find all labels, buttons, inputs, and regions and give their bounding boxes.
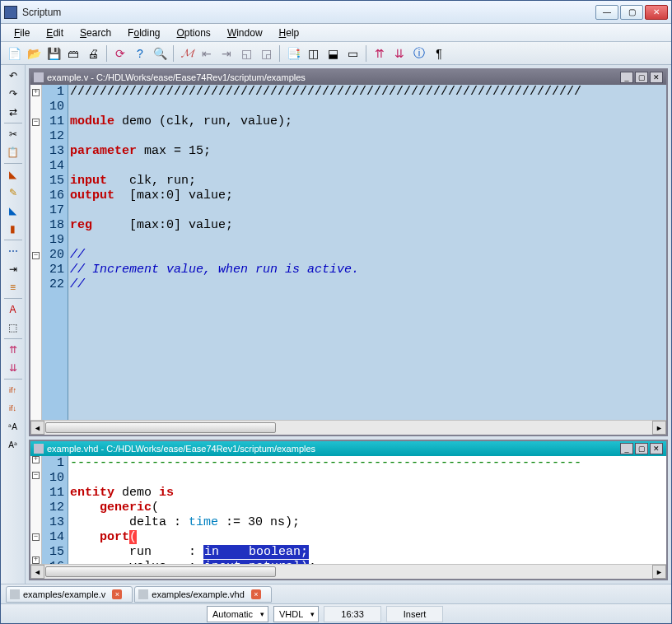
- tab-example-v[interactable]: examples/example.v ×: [6, 586, 133, 603]
- app-title: Scriptum: [22, 7, 595, 18]
- block-right-icon[interactable]: ◲: [258, 45, 274, 62]
- scroll-right-icon[interactable]: ►: [652, 421, 666, 435]
- split-v-icon[interactable]: ⬓: [324, 45, 341, 62]
- pilcrow-icon[interactable]: ¶: [431, 45, 447, 62]
- close-button[interactable]: ✕: [645, 5, 668, 20]
- status-lang-dropdown[interactable]: VHDL: [273, 606, 319, 622]
- line-number-gutter: 110111213141516171819202122: [42, 456, 68, 564]
- unsplit-icon[interactable]: ▭: [344, 45, 361, 62]
- if2-icon[interactable]: if↓: [5, 401, 21, 416]
- help-icon[interactable]: ?: [132, 45, 148, 62]
- diff-next-icon[interactable]: ⇊: [391, 45, 408, 62]
- dots-icon[interactable]: ⋯: [5, 244, 21, 258]
- side-toolbar: ↶ ↷ ⇄ ✂ 📋 ◣ ✎ ◣ ▮ ⋯ ⇥ ≡ A ⬚ ⇈ ⇊ if↑ if↓ …: [1, 65, 26, 584]
- text-a-icon[interactable]: A: [5, 302, 21, 317]
- editor-titlebar-top[interactable]: example.v - C:/HDLWorks/ease/Ease74Rev1/…: [30, 70, 666, 85]
- editor-pane-vhdl: example.vhd - C:/HDLWorks/ease/Ease74Rev…: [29, 440, 668, 580]
- editor-close-button[interactable]: ✕: [650, 443, 663, 454]
- split-h-icon[interactable]: ◫: [305, 45, 321, 62]
- menu-file[interactable]: File: [7, 26, 36, 40]
- close-tab-icon[interactable]: ×: [251, 589, 261, 599]
- marker4-icon[interactable]: ▮: [5, 221, 21, 236]
- tab-label: examples/example.v: [23, 589, 105, 599]
- menu-search[interactable]: Search: [73, 26, 118, 40]
- tab-example-vhd[interactable]: examples/example.vhd ×: [134, 586, 272, 603]
- menu-folding[interactable]: Folding: [121, 26, 166, 40]
- editor-minimize-button[interactable]: _: [620, 72, 633, 83]
- code-content-top[interactable]: ////////////////////////////////////////…: [68, 85, 666, 420]
- minimize-button[interactable]: —: [595, 5, 618, 20]
- document-icon: [10, 589, 20, 599]
- editor-title-top: example.v - C:/HDLWorks/ease/Ease74Rev1/…: [47, 72, 618, 82]
- maximize-button[interactable]: ▢: [620, 5, 643, 20]
- print-icon[interactable]: 🖨: [85, 45, 101, 62]
- copy-icon[interactable]: 📑: [285, 45, 301, 62]
- bookmark-icon[interactable]: 𝓜: [179, 45, 195, 62]
- case-b-icon[interactable]: Aᵃ: [5, 437, 21, 452]
- editor-minimize-button[interactable]: _: [620, 443, 633, 454]
- scroll-thumb[interactable]: [45, 566, 276, 577]
- editor-maximize-button[interactable]: ▢: [635, 72, 648, 83]
- horizontal-scrollbar[interactable]: ◄ ►: [30, 564, 666, 579]
- redo-icon[interactable]: ↷: [5, 86, 21, 101]
- hash1-icon[interactable]: ⇈: [5, 342, 21, 357]
- document-icon: [34, 72, 44, 82]
- hash2-icon[interactable]: ⇊: [5, 361, 21, 375]
- case-a-icon[interactable]: ᵃA: [5, 419, 21, 434]
- menu-help[interactable]: Help: [273, 26, 306, 40]
- document-tabs: examples/example.v × examples/example.vh…: [1, 584, 671, 603]
- scroll-left-icon[interactable]: ◄: [30, 565, 44, 579]
- editors-container: example.v - C:/HDLWorks/ease/Ease74Rev1/…: [26, 65, 671, 584]
- code-area-bottom[interactable]: +−−+ 110111213141516171819202122 -------…: [30, 456, 666, 564]
- scroll-left-icon[interactable]: ◄: [30, 421, 44, 435]
- fold-gutter[interactable]: +−−+: [30, 456, 42, 564]
- code-area-top[interactable]: +−− 110111213141516171819202122 ////////…: [30, 85, 666, 420]
- save-icon[interactable]: 💾: [45, 45, 62, 62]
- align-icon[interactable]: ≡: [5, 280, 21, 295]
- diff-prev-icon[interactable]: ⇈: [371, 45, 388, 62]
- save-all-icon[interactable]: 🗃: [65, 45, 82, 62]
- editor-title-bottom: example.vhd - C:/HDLWorks/ease/Ease74Rev…: [47, 444, 618, 454]
- app-icon: [4, 6, 17, 19]
- status-mode-dropdown[interactable]: Automatic: [207, 606, 268, 622]
- editor-pane-verilog: example.v - C:/HDLWorks/ease/Ease74Rev1/…: [29, 68, 668, 436]
- reload-icon[interactable]: ⟳: [112, 45, 128, 62]
- status-cursor-position: 16:33: [324, 606, 381, 622]
- scroll-right-icon[interactable]: ►: [652, 565, 666, 579]
- editor-close-button[interactable]: ✕: [650, 72, 663, 83]
- code-content-bottom[interactable]: ----------------------------------------…: [68, 456, 666, 564]
- find-icon[interactable]: 🔍: [152, 45, 168, 62]
- indent-right-icon[interactable]: ⇥: [218, 45, 235, 62]
- new-file-icon[interactable]: 📄: [6, 45, 22, 62]
- close-tab-icon[interactable]: ×: [112, 589, 122, 599]
- open-file-icon[interactable]: 📂: [26, 45, 42, 62]
- text-b-icon[interactable]: ⬚: [5, 320, 21, 335]
- editor-titlebar-bottom[interactable]: example.vhd - C:/HDLWorks/ease/Ease74Rev…: [30, 441, 666, 456]
- status-insert-mode: Insert: [386, 606, 444, 622]
- if1-icon[interactable]: if↑: [5, 383, 21, 398]
- scroll-thumb[interactable]: [45, 422, 276, 433]
- tab-right-icon[interactable]: ⇥: [5, 262, 21, 277]
- main-window: Scriptum — ▢ ✕ File Edit Search Folding …: [0, 0, 672, 624]
- indent-left-icon[interactable]: ⇤: [198, 45, 215, 62]
- titlebar[interactable]: Scriptum — ▢ ✕: [1, 1, 671, 24]
- swap-icon[interactable]: ⇄: [5, 105, 21, 119]
- menu-edit[interactable]: Edit: [40, 26, 70, 40]
- marker2-icon[interactable]: ✎: [5, 185, 21, 200]
- editor-maximize-button[interactable]: ▢: [635, 443, 648, 454]
- marker1-icon[interactable]: ◣: [5, 167, 21, 182]
- horizontal-scrollbar[interactable]: ◄ ►: [30, 420, 666, 435]
- undo-icon[interactable]: ↶: [5, 68, 21, 83]
- statusbar: Automatic VHDL 16:33 Insert: [1, 603, 671, 623]
- block-left-icon[interactable]: ◱: [238, 45, 254, 62]
- info-icon[interactable]: ⓘ: [411, 45, 427, 62]
- cut-icon[interactable]: ✂: [5, 127, 21, 142]
- fold-gutter[interactable]: +−−: [30, 85, 42, 420]
- marker3-icon[interactable]: ◣: [5, 203, 21, 218]
- main-toolbar: 📄 📂 💾 🗃 🖨 ⟳ ? 🔍 𝓜 ⇤ ⇥ ◱ ◲ 📑 ◫ ⬓ ▭ ⇈ ⇊ ⓘ …: [1, 42, 671, 65]
- paste-icon[interactable]: 📋: [5, 145, 21, 160]
- menu-options[interactable]: Options: [170, 26, 217, 40]
- workarea: ↶ ↷ ⇄ ✂ 📋 ◣ ✎ ◣ ▮ ⋯ ⇥ ≡ A ⬚ ⇈ ⇊ if↑ if↓ …: [1, 65, 671, 584]
- tab-label: examples/example.vhd: [152, 589, 245, 599]
- menu-window[interactable]: Window: [221, 26, 269, 40]
